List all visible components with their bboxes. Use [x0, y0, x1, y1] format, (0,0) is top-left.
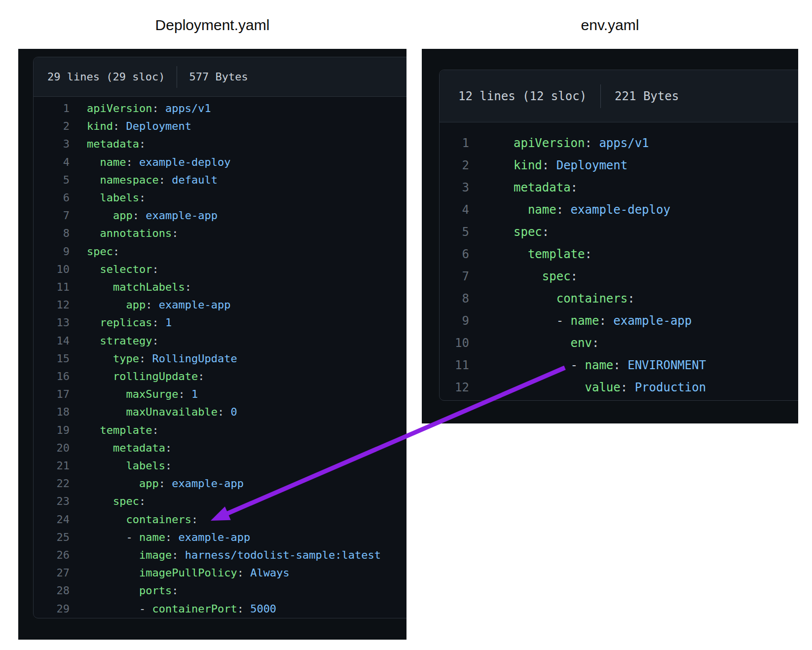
code-line: 7 spec: [440, 266, 798, 288]
code-line: 21 labels: [34, 457, 406, 475]
file-meta-header: 12 lines (12 sloc) 221 Bytes [440, 70, 798, 122]
code-line: 6 template: [440, 243, 798, 266]
code-text: app: example-app [70, 475, 244, 493]
code-text: - name: example-app [70, 529, 250, 546]
code-text: strategy: [70, 332, 159, 350]
code-line: 24 containers: [34, 511, 406, 529]
code-line: 11 matchLabels: [34, 278, 406, 296]
code-text: name: example-deploy [469, 199, 670, 221]
line-number: 29 [34, 600, 70, 618]
line-number: 12 [34, 296, 70, 314]
code-text: imagePullPolicy: Always [70, 564, 290, 582]
code-text: replicas: 1 [70, 314, 172, 332]
code-text: maxSurge: 1 [70, 385, 198, 403]
code-line: 9 - name: example-app [440, 310, 798, 332]
line-number: 26 [34, 546, 70, 564]
code-line: 26 image: harness/todolist-sample:latest [34, 546, 406, 564]
code-line: 5spec: [440, 221, 798, 243]
code-line: 1apiVersion: apps/v1 [440, 132, 798, 154]
code-text: containers: [70, 511, 198, 529]
code-line: 20 metadata: [34, 439, 406, 457]
code-text: labels: [70, 189, 146, 207]
line-number: 3 [440, 177, 469, 199]
code-text: template: [469, 243, 592, 266]
line-number: 16 [34, 368, 70, 385]
line-number: 11 [34, 278, 70, 296]
code-text: value: Production [469, 377, 706, 399]
code-text: selector: [70, 261, 159, 278]
line-number: 6 [440, 243, 469, 266]
code-text: metadata: [70, 135, 146, 153]
code-line: 9spec: [34, 243, 406, 261]
file-box: 29 lines (29 sloc) 577 Bytes 1apiVersion… [33, 57, 406, 618]
env-yaml-panel: 12 lines (12 sloc) 221 Bytes 1apiVersion… [422, 49, 798, 423]
line-number: 12 [440, 377, 469, 399]
line-number: 23 [34, 493, 70, 510]
code-block: 1apiVersion: apps/v12kind: Deployment3me… [440, 122, 798, 399]
line-number: 27 [34, 564, 70, 582]
line-number: 20 [34, 439, 70, 457]
code-line: 22 app: example-app [34, 475, 406, 493]
code-text: spec: [469, 266, 578, 288]
line-number: 19 [34, 421, 70, 439]
code-text: apiVersion: apps/v1 [70, 100, 211, 117]
line-number: 28 [34, 582, 70, 600]
code-line: 4 name: example-deploy [440, 199, 798, 221]
code-line: 11 - name: ENVIRONMENT [440, 354, 798, 377]
code-line: 12 app: example-app [34, 296, 406, 314]
code-text: app: example-app [70, 207, 218, 225]
code-text: name: example-deploy [70, 153, 230, 171]
code-text: matchLabels: [70, 278, 191, 296]
code-text: metadata: [469, 177, 578, 199]
line-number: 13 [34, 314, 70, 332]
code-text: containers: [469, 288, 635, 310]
code-text: env: [469, 332, 599, 354]
line-number: 17 [34, 385, 70, 403]
code-line: 1apiVersion: apps/v1 [34, 100, 406, 117]
code-block: 1apiVersion: apps/v12kind: Deployment3me… [34, 97, 406, 618]
line-number: 7 [34, 207, 70, 225]
file-title-deployment-yaml: Deployment.yaml [18, 17, 406, 34]
file-box: 12 lines (12 sloc) 221 Bytes 1apiVersion… [439, 70, 798, 401]
code-text: spec: [469, 221, 549, 243]
line-number: 8 [34, 225, 70, 242]
file-size: 577 Bytes [189, 71, 248, 83]
line-number: 3 [34, 135, 70, 153]
code-line: 19 template: [34, 421, 406, 439]
line-number: 5 [34, 171, 70, 189]
line-number: 1 [34, 100, 70, 117]
code-text: namespace: default [70, 171, 218, 189]
code-line: 23 spec: [34, 493, 406, 510]
lines-count: 12 lines (12 sloc) [458, 89, 587, 103]
code-line: 3metadata: [440, 177, 798, 199]
code-line: 15 type: RollingUpdate [34, 350, 406, 368]
code-text: - containerPort: 5000 [70, 600, 276, 618]
file-meta-header: 29 lines (29 sloc) 577 Bytes [34, 57, 406, 97]
code-line: 5 namespace: default [34, 171, 406, 189]
code-line: 13 replicas: 1 [34, 314, 406, 332]
code-text: type: RollingUpdate [70, 350, 237, 368]
line-number: 22 [34, 475, 70, 493]
code-text: rollingUpdate: [70, 368, 204, 385]
code-line: 2kind: Deployment [34, 117, 406, 135]
line-number: 6 [34, 189, 70, 207]
code-text: annotations: [70, 225, 178, 242]
code-line: 16 rollingUpdate: [34, 368, 406, 385]
line-number: 2 [440, 154, 469, 177]
code-line: 18 maxUnavailable: 0 [34, 403, 406, 421]
code-text: metadata: [70, 439, 172, 457]
code-line: 8 containers: [440, 288, 798, 310]
lines-count: 29 lines (29 sloc) [47, 71, 165, 83]
code-line: 7 app: example-app [34, 207, 406, 225]
code-line: 29 - containerPort: 5000 [34, 600, 406, 618]
line-number: 18 [34, 403, 70, 421]
code-text: - name: ENVIRONMENT [469, 354, 706, 377]
line-number: 9 [440, 310, 469, 332]
code-text: apiVersion: apps/v1 [469, 132, 649, 154]
code-line: 28 ports: [34, 582, 406, 600]
meta-divider [177, 66, 177, 88]
line-number: 4 [34, 153, 70, 171]
code-text: app: example-app [70, 296, 230, 314]
code-text: ports: [70, 582, 178, 600]
code-text: spec: [70, 493, 146, 510]
